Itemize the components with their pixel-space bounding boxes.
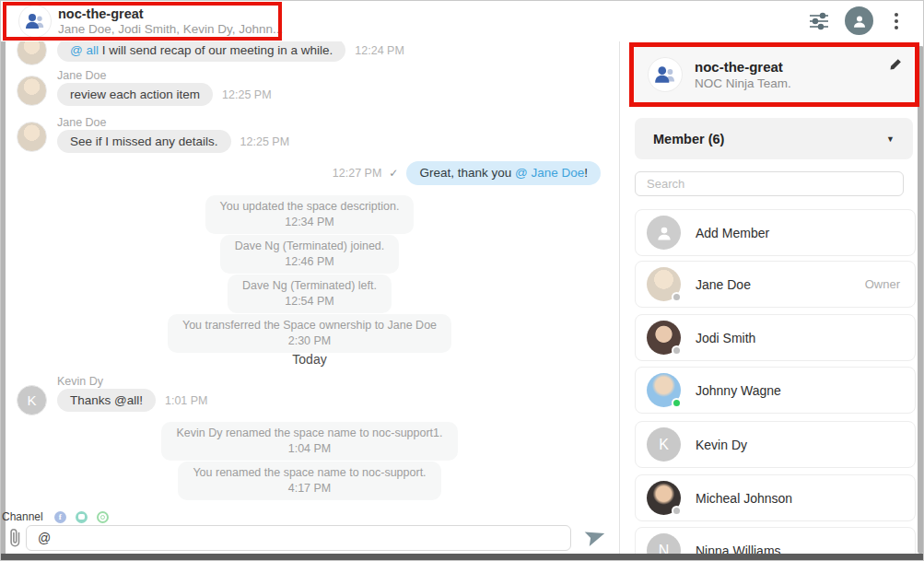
member-name: Add Member bbox=[696, 226, 904, 240]
member-row[interactable]: N Ninna Williams bbox=[635, 527, 916, 554]
avatar bbox=[647, 373, 681, 407]
window-bottom-edge bbox=[0, 554, 924, 561]
status-dot bbox=[672, 398, 682, 408]
space-title: noc-the-great bbox=[58, 6, 144, 22]
space-info-card: noc-the-great NOC Ninja Team. bbox=[635, 47, 913, 102]
member-row[interactable]: Jane Doe Owner bbox=[635, 261, 916, 308]
avatar[interactable] bbox=[17, 122, 47, 152]
member-row[interactable]: Jodi Smith bbox=[635, 314, 916, 361]
member-name: Micheal Johnson bbox=[696, 491, 904, 506]
sender-name: Jane Doe bbox=[57, 115, 619, 130]
system-message: You transferred the Space ownership to J… bbox=[0, 314, 619, 353]
system-message: Kevin Dy renamed the space name to noc-s… bbox=[0, 422, 619, 461]
system-message: You renamed the space name to noc-suppor… bbox=[0, 462, 619, 500]
status-dot bbox=[672, 345, 682, 356]
channel-row: Channel f bbox=[2, 510, 109, 523]
message-bubble[interactable]: See if I missed any details. bbox=[57, 130, 231, 153]
space-group-avatar bbox=[648, 57, 683, 92]
space-participants: Jane Doe, Jodi Smith, Kevin Dy, Johnn... bbox=[58, 22, 283, 37]
chat-header: noc-the-great Jane Doe, Jodi Smith, Kevi… bbox=[0, 0, 924, 41]
channel-label: Channel bbox=[2, 510, 43, 523]
sent-message-group: 12:27 PM ✓ Great, thank you @ Jane Doe! bbox=[0, 161, 619, 185]
member-name: Ninna Williams bbox=[696, 543, 904, 555]
member-row[interactable]: Micheal Johnson bbox=[635, 474, 916, 521]
delivered-check-icon: ✓ bbox=[389, 167, 398, 180]
date-divider: Today bbox=[0, 352, 619, 367]
avatar bbox=[647, 481, 681, 515]
member-row[interactable]: Johnny Wagne bbox=[635, 367, 916, 414]
message-bubble[interactable]: review each action item bbox=[57, 83, 213, 106]
panel-space-title: noc-the-great bbox=[695, 58, 791, 76]
paperclip-icon[interactable] bbox=[7, 528, 23, 552]
panel-scrollbar[interactable] bbox=[918, 46, 924, 554]
message-group: Jane Doe review each action item 12:25 P… bbox=[0, 68, 619, 106]
group-people-icon bbox=[24, 10, 46, 32]
message-time: 12:27 PM bbox=[333, 167, 382, 180]
header-actions bbox=[809, 0, 904, 41]
whatsapp-icon[interactable] bbox=[97, 511, 109, 523]
avatar[interactable] bbox=[17, 76, 47, 106]
space-detail-panel: noc-the-great NOC Ninja Team. Member (6)… bbox=[619, 41, 924, 554]
message-input[interactable] bbox=[26, 525, 571, 551]
message-bubble[interactable]: @ all I will send recap of our meeting i… bbox=[57, 41, 345, 62]
space-group-avatar[interactable] bbox=[18, 5, 52, 38]
pencil-icon[interactable] bbox=[889, 58, 902, 75]
profile-avatar[interactable] bbox=[845, 6, 873, 35]
message-group: Kevin Dy K Thanks @all! 1:01 PM bbox=[0, 374, 619, 412]
message-thread: @ all I will send recap of our meeting i… bbox=[0, 41, 619, 554]
person-icon bbox=[851, 13, 868, 29]
member-name: Jane Doe bbox=[696, 277, 865, 292]
avatar[interactable]: K bbox=[17, 385, 47, 415]
message-time: 1:01 PM bbox=[165, 394, 208, 407]
message-group: @ all I will send recap of our meeting i… bbox=[0, 41, 619, 62]
message-time: 12:24 PM bbox=[355, 44, 404, 57]
sender-name: Jane Doe bbox=[57, 68, 619, 83]
avatar: N bbox=[647, 533, 681, 554]
person-placeholder-icon bbox=[647, 216, 681, 250]
message-group: Jane Doe See if I missed any details. 12… bbox=[0, 115, 619, 153]
chevron-down-icon: ▼ bbox=[886, 134, 895, 144]
avatar: K bbox=[647, 427, 681, 462]
facebook-icon[interactable]: f bbox=[54, 511, 66, 523]
group-people-icon bbox=[653, 63, 677, 87]
avatar[interactable] bbox=[17, 41, 47, 65]
avatar bbox=[647, 267, 681, 301]
member-row[interactable]: K Kevin Dy bbox=[635, 421, 916, 468]
app-window: noc-the-great Jane Doe, Jodi Smith, Kevi… bbox=[0, 0, 924, 561]
mention-link[interactable]: @ Jane Doe bbox=[515, 166, 584, 180]
member-search-input[interactable] bbox=[635, 171, 904, 196]
mention-link[interactable]: @ all bbox=[70, 43, 99, 57]
owner-badge: Owner bbox=[865, 277, 900, 291]
system-message: Dave Ng (Terminated) left.12:54 PM bbox=[0, 275, 619, 313]
message-bubble[interactable]: Thanks @all! bbox=[57, 389, 156, 412]
add-member-row[interactable]: Add Member bbox=[635, 209, 916, 256]
status-dot bbox=[672, 292, 682, 302]
member-section-header[interactable]: Member (6) ▼ bbox=[635, 118, 913, 159]
send-plane-icon[interactable] bbox=[586, 528, 606, 550]
filter-sliders-icon[interactable] bbox=[809, 12, 829, 30]
member-name: Kevin Dy bbox=[696, 438, 904, 452]
member-name: Jodi Smith bbox=[696, 331, 904, 345]
message-time: 12:25 PM bbox=[240, 135, 290, 148]
line-icon[interactable] bbox=[76, 511, 88, 523]
panel-space-description: NOC Ninja Team. bbox=[695, 76, 791, 91]
avatar bbox=[647, 321, 681, 355]
sender-name: Kevin Dy bbox=[57, 374, 619, 389]
system-message: Dave Ng (Terminated) joined.12:46 PM bbox=[0, 235, 619, 274]
message-bubble[interactable]: Great, thank you @ Jane Doe! bbox=[406, 161, 601, 185]
system-message: You updated the space description.12:34 … bbox=[0, 195, 619, 234]
member-name: Johnny Wagne bbox=[696, 383, 904, 398]
message-time: 12:25 PM bbox=[222, 88, 272, 101]
status-dot bbox=[672, 506, 682, 516]
member-count-label: Member (6) bbox=[653, 132, 886, 146]
kebab-menu-icon[interactable] bbox=[889, 9, 904, 33]
